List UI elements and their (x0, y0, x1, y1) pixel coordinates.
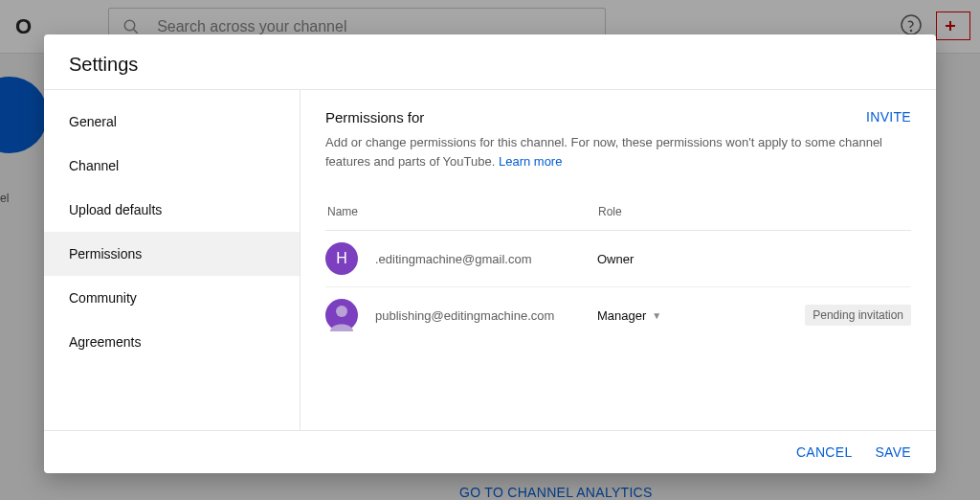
table-row: H .editingmachine@gmail.com Owner (325, 231, 911, 287)
invite-button[interactable]: INVITE (866, 109, 911, 125)
user-info: publishing@editingmachine.com (375, 308, 597, 323)
modal-footer: CANCEL SAVE (44, 430, 936, 473)
svg-point-6 (336, 306, 347, 317)
modal-header: Settings (44, 34, 936, 89)
col-name-header: Name (325, 205, 598, 218)
avatar (325, 299, 358, 331)
modal-body: General Channel Upload defaults Permissi… (44, 89, 936, 430)
cancel-button[interactable]: CANCEL (796, 444, 853, 460)
settings-sidebar: General Channel Upload defaults Permissi… (44, 90, 301, 430)
col-role-header: Role (598, 205, 911, 218)
role-dropdown[interactable]: Manager ▼ (597, 308, 760, 323)
status-badge: Pending invitation (805, 305, 911, 326)
role-cell: Owner (597, 252, 760, 266)
user-info: .editingmachine@gmail.com (375, 252, 597, 266)
settings-modal: Settings General Channel Upload defaults… (44, 34, 936, 473)
sidebar-item-general[interactable]: General (44, 100, 300, 144)
table-header: Name Role (325, 197, 911, 231)
role-label: Owner (597, 252, 634, 266)
table-row: publishing@editingmachine.com Manager ▼ … (325, 287, 911, 343)
sidebar-item-permissions[interactable]: Permissions (44, 232, 300, 276)
sidebar-item-channel[interactable]: Channel (44, 144, 300, 188)
chevron-down-icon: ▼ (652, 310, 661, 321)
learn-more-link[interactable]: Learn more (499, 154, 562, 169)
user-email: .editingmachine@gmail.com (375, 252, 597, 266)
role-label: Manager (597, 308, 646, 323)
sidebar-item-upload-defaults[interactable]: Upload defaults (44, 188, 300, 232)
modal-title: Settings (69, 54, 911, 76)
user-email: publishing@editingmachine.com (375, 308, 597, 323)
panel-description: Add or change permissions for this chann… (325, 133, 911, 170)
permissions-panel: Permissions for INVITE Add or change per… (301, 90, 936, 430)
panel-heading: Permissions for (325, 109, 424, 125)
save-button[interactable]: SAVE (875, 444, 911, 460)
person-icon (325, 299, 358, 331)
sidebar-item-community[interactable]: Community (44, 276, 300, 320)
sidebar-item-agreements[interactable]: Agreements (44, 320, 300, 364)
avatar: H (325, 242, 358, 275)
